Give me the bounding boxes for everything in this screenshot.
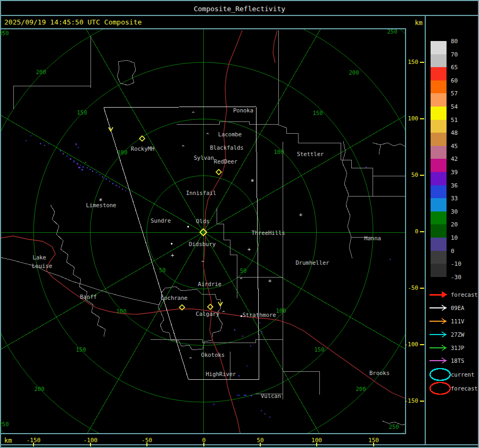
y-tick-label: 50 [373, 172, 418, 178]
boundary-line [217, 208, 283, 379]
radial-line [54, 232, 203, 434]
window-title: Composite_Reflectivity [1, 5, 478, 13]
x-tick [260, 443, 261, 446]
vector-arrow-icon [428, 331, 450, 338]
ellipse-label: forecast [451, 385, 478, 392]
colorbar-tick-label: -10 [451, 260, 461, 267]
boundary-line [177, 121, 406, 176]
y-tick-label: 150 [373, 59, 418, 66]
colorbar-swatch [431, 264, 447, 277]
coverage-swath [104, 107, 259, 379]
radial-line [0, 232, 203, 381]
vector-label: 09EA [451, 305, 464, 311]
y-tick [420, 401, 424, 402]
x-tick [90, 443, 91, 446]
colorbar-swatch [431, 54, 447, 68]
y-tick [420, 118, 424, 119]
radial-line [203, 232, 352, 434]
y-tick [420, 288, 424, 289]
ellipse-icon [428, 367, 453, 382]
colorbar-tick-label: 70 [451, 51, 458, 58]
map-canvas [0, 28, 406, 434]
vector-arrow-icon [428, 344, 450, 352]
colorbar-swatch [431, 224, 447, 238]
colorbar-swatch [431, 211, 447, 225]
colorbar-swatch [431, 159, 447, 172]
radar-site-diamond-icon [216, 169, 221, 175]
colorbar-swatch [431, 67, 447, 80]
y-tick [420, 62, 424, 63]
colorbar-swatch [431, 198, 447, 211]
x-axis [0, 434, 425, 448]
x-tick [316, 443, 317, 446]
y-tick [420, 175, 424, 176]
y-tick-label: -50 [373, 284, 418, 291]
colorbar-swatch [431, 251, 447, 264]
x-tick [203, 443, 204, 446]
boundary-line [382, 421, 406, 425]
radial-line [54, 28, 203, 232]
colorbar-tick-label: 33 [451, 195, 458, 202]
radial-line [203, 83, 406, 232]
x-axis-unit-label: km [4, 437, 12, 444]
boundary-line [349, 176, 406, 196]
colorbar-tick-label: 36 [451, 182, 458, 189]
y-tick-label: -150 [373, 397, 418, 404]
colorbar-swatch [431, 80, 447, 94]
boundary-line [342, 141, 373, 258]
colorbar-swatch [431, 133, 447, 146]
ellipse-icon [428, 381, 453, 396]
titlebar-divider [0, 15, 479, 16]
colorbar-tick-label: 54 [451, 103, 458, 110]
vector-label: forecast [451, 291, 478, 298]
colorbar-swatch [431, 146, 447, 159]
colorbar-swatch [431, 238, 447, 251]
y-tick-label: -100 [373, 341, 418, 348]
vector-label: 31JP [451, 345, 464, 351]
colorbar-swatch [431, 107, 447, 120]
highway-line [273, 30, 277, 63]
radial-line [203, 28, 352, 232]
vector-arrow-icon [428, 304, 450, 312]
vector-arrow-icon [428, 317, 450, 325]
colorbar-tick-label: 45 [451, 143, 458, 150]
boundary-line [151, 339, 283, 343]
colorbar-tick-label: 51 [451, 117, 458, 124]
x-tick [373, 443, 374, 446]
radar-map[interactable] [0, 28, 406, 434]
y-tick-label: 100 [373, 115, 418, 122]
colorbar-swatch [431, 120, 447, 133]
y-tick [420, 231, 424, 232]
y-axis-unit-label: km [402, 19, 423, 27]
colorbar-tick-label: -30 [451, 274, 461, 281]
colorbar-swatch [431, 185, 447, 199]
titlebar: Composite_Reflectivity [1, 1, 478, 15]
boundary-line [373, 143, 406, 154]
boundary-line [117, 60, 136, 85]
colorbar-swatch [431, 172, 447, 185]
vector-arrow-icon [428, 291, 450, 298]
ellipse-label: current [451, 371, 474, 378]
boundary-line [0, 257, 159, 305]
colorbar-tick-label: 30 [451, 208, 458, 215]
colorbar-tick-label: 0 [451, 248, 455, 255]
y-tick [420, 344, 424, 345]
x-tick [33, 443, 34, 446]
colorbar-tick-label: 48 [451, 129, 458, 136]
colorbar-tick-label: 10 [451, 234, 458, 241]
colorbar-tick-label: 57 [451, 90, 458, 97]
x-tick [146, 443, 147, 446]
boundary-line [13, 36, 90, 109]
vector-label: 27ZW [451, 331, 464, 338]
colorbar-tick-label: 60 [451, 77, 458, 84]
highway-line [0, 236, 406, 398]
colorbar-tick-label: 65 [451, 64, 458, 71]
vector-arrow-icon [428, 357, 450, 364]
radial-line [0, 83, 203, 232]
colorbar-tick-label: 42 [451, 156, 458, 162]
timestamp-label: 2025/09/19 14:45:50 UTC Composite [4, 18, 142, 26]
vector-label: 18TS [451, 357, 464, 364]
vector-label: 111V [451, 318, 464, 324]
colorbar-swatch [431, 41, 447, 54]
colorbar-tick-label: 20 [451, 221, 458, 228]
